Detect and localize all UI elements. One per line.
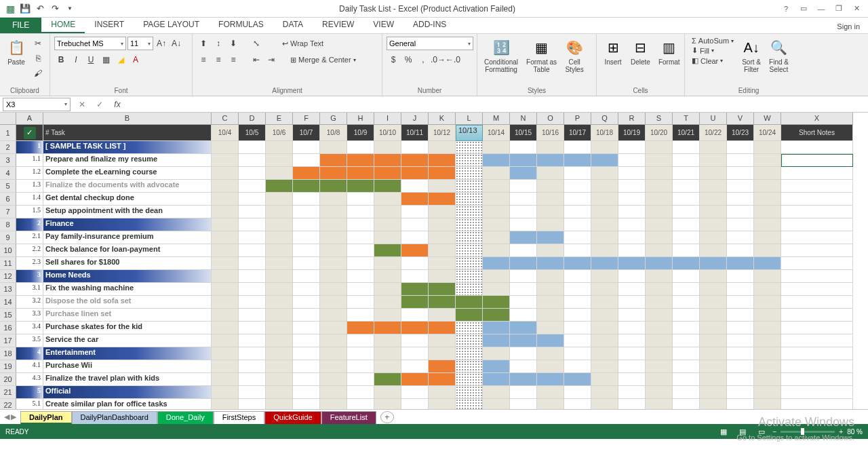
cell-notes[interactable] (781, 309, 853, 322)
row-header-13[interactable]: 13 (0, 283, 16, 296)
ribbon-options-icon[interactable]: ▭ (795, 1, 812, 16)
gantt-cell[interactable] (266, 154, 293, 167)
gantt-cell[interactable] (510, 322, 537, 334)
gantt-cell[interactable] (266, 244, 293, 257)
gantt-cell[interactable] (347, 244, 374, 257)
gantt-cell[interactable] (727, 231, 754, 244)
gantt-cell[interactable] (320, 193, 347, 206)
tab-view[interactable]: VIEW (363, 18, 403, 33)
gantt-cell[interactable] (266, 399, 293, 409)
gantt-cell[interactable] (456, 180, 483, 193)
gantt-cell[interactable] (456, 141, 483, 154)
gantt-cell[interactable] (266, 283, 293, 296)
gantt-cell[interactable] (401, 231, 429, 244)
col-header-P[interactable]: P (564, 113, 591, 125)
cell-task[interactable]: Check balance for loan-payment (43, 244, 212, 257)
gantt-cell[interactable] (564, 218, 591, 231)
page-break-icon[interactable]: ▭ (754, 426, 769, 437)
gantt-cell[interactable] (239, 193, 266, 206)
sheet-tab-done_daily[interactable]: Done_Daily (157, 411, 214, 424)
gantt-cell[interactable] (727, 257, 754, 270)
gantt-cell[interactable] (293, 322, 320, 334)
currency-icon[interactable]: $ (387, 53, 400, 66)
cell-notes[interactable] (781, 360, 853, 373)
gantt-cell[interactable] (591, 347, 618, 360)
sign-in-link[interactable]: Sign in (829, 20, 868, 33)
gantt-cell[interactable] (673, 231, 700, 244)
gantt-cell[interactable] (618, 180, 646, 193)
gantt-cell[interactable] (564, 231, 591, 244)
gantt-cell[interactable] (673, 296, 700, 309)
sheet-tab-featurelist[interactable]: FeatureList (321, 411, 376, 424)
gantt-cell[interactable] (239, 141, 266, 154)
cell-notes[interactable] (781, 244, 853, 257)
gantt-cell[interactable] (618, 309, 646, 322)
gantt-cell[interactable] (456, 193, 483, 206)
gantt-cell[interactable] (754, 257, 781, 270)
gantt-cell[interactable] (700, 270, 727, 283)
gantt-cell[interactable] (754, 206, 781, 218)
find-select-button[interactable]: 🔍Find & Select (766, 37, 791, 75)
gantt-cell[interactable] (320, 399, 347, 409)
gantt-cell[interactable] (239, 309, 266, 322)
gantt-cell[interactable] (239, 270, 266, 283)
gantt-cell[interactable] (347, 283, 374, 296)
gantt-cell[interactable] (727, 334, 754, 347)
col-header-R[interactable]: R (618, 113, 646, 125)
gantt-cell[interactable] (293, 180, 320, 193)
gantt-cell[interactable] (510, 283, 537, 296)
gantt-cell[interactable] (374, 399, 401, 409)
gantt-cell[interactable] (591, 296, 618, 309)
wrap-text-button[interactable]: ↩Wrap Text (279, 39, 326, 48)
gantt-cell[interactable] (212, 244, 239, 257)
gantt-cell[interactable] (212, 334, 239, 347)
gantt-cell[interactable] (266, 167, 293, 180)
gantt-cell[interactable] (456, 244, 483, 257)
gantt-cell[interactable] (673, 180, 700, 193)
gantt-cell[interactable] (266, 360, 293, 373)
cell-num[interactable]: 3.4 (16, 322, 43, 334)
cell-task[interactable]: Fix the washing machine (43, 283, 212, 296)
gantt-cell[interactable] (212, 167, 239, 180)
gantt-cell[interactable] (320, 283, 347, 296)
insert-button[interactable]: ⊞Insert (601, 37, 625, 67)
gantt-cell[interactable] (483, 270, 510, 283)
gantt-cell[interactable] (347, 296, 374, 309)
fill-color-icon[interactable]: ◢ (114, 53, 127, 66)
orientation-icon[interactable]: ⤡ (250, 37, 263, 50)
gantt-cell[interactable] (374, 309, 401, 322)
gantt-cell[interactable] (537, 218, 564, 231)
minimize-icon[interactable]: — (812, 1, 830, 16)
gantt-cell[interactable] (266, 322, 293, 334)
page-layout-icon[interactable]: ▤ (735, 426, 750, 437)
gantt-cell[interactable] (429, 193, 456, 206)
gantt-cell[interactable] (239, 360, 266, 373)
gantt-cell[interactable] (510, 167, 537, 180)
close-icon[interactable]: ✕ (848, 1, 865, 16)
gantt-cell[interactable] (374, 244, 401, 257)
tab-page-layout[interactable]: PAGE LAYOUT (134, 18, 209, 33)
cell-num[interactable]: 2.3 (16, 257, 43, 270)
gantt-cell[interactable] (537, 257, 564, 270)
gantt-cell[interactable] (646, 244, 673, 257)
fill-button[interactable]: ⬇Fill▾ (689, 46, 736, 55)
gantt-cell[interactable] (510, 141, 537, 154)
gantt-cell[interactable] (212, 141, 239, 154)
cell-notes[interactable] (781, 347, 853, 360)
gantt-cell[interactable] (591, 180, 618, 193)
gantt-cell[interactable] (212, 154, 239, 167)
gantt-cell[interactable] (700, 347, 727, 360)
gantt-cell[interactable] (401, 334, 429, 347)
cell-num[interactable]: 4.1 (16, 360, 43, 373)
col-header-C[interactable]: C (212, 113, 239, 125)
gantt-cell[interactable] (293, 270, 320, 283)
col-header-A[interactable]: A (16, 113, 43, 125)
gantt-cell[interactable] (754, 334, 781, 347)
gantt-cell[interactable] (591, 360, 618, 373)
cell-notes[interactable] (781, 296, 853, 309)
row-header-8[interactable]: 8 (0, 218, 16, 231)
gantt-cell[interactable] (673, 386, 700, 399)
gantt-cell[interactable] (212, 399, 239, 409)
gantt-cell[interactable] (456, 322, 483, 334)
gantt-cell[interactable] (646, 322, 673, 334)
